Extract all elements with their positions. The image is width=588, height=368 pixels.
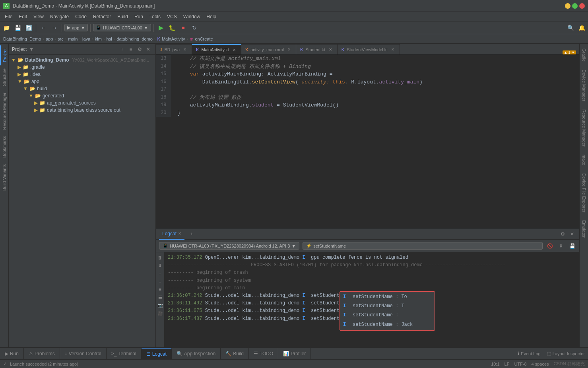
- tab-studentvm-kt[interactable]: K StudentViewModel.kt ✕: [338, 44, 400, 54]
- sidebar-tab-structure[interactable]: Structure: [0, 65, 8, 89]
- project-dropdown-icon[interactable]: ▼: [29, 46, 34, 52]
- panel-close-btn[interactable]: ✕: [144, 45, 152, 53]
- menu-refactor[interactable]: Refactor: [90, 13, 114, 20]
- bottom-tab-app-inspection[interactable]: 🔍 App Inspection: [172, 348, 221, 359]
- tree-item-gradle[interactable]: ▶ 📁 .gradle: [9, 64, 155, 71]
- bottom-tab-version-control[interactable]: ↕ Version Control: [60, 348, 107, 359]
- panel-add-btn[interactable]: +: [118, 45, 126, 53]
- menu-view[interactable]: View: [30, 13, 47, 20]
- logcat-action-down[interactable]: ↓: [157, 278, 164, 285]
- close-button[interactable]: ×: [579, 3, 585, 9]
- toolbar-project-btn[interactable]: 📁: [2, 23, 11, 33]
- bottom-tab-run[interactable]: ▶ Run: [0, 348, 24, 359]
- event-log-btn[interactable]: ℹ Event Log: [518, 351, 541, 356]
- right-tab-make[interactable]: make: [580, 151, 588, 169]
- breadcrumb-src[interactable]: src: [58, 37, 64, 41]
- menu-file[interactable]: File: [2, 13, 16, 20]
- tree-item-root[interactable]: ▼ 📂 DataBinding_Demo Y:\002_WorkSpace\00…: [9, 56, 155, 64]
- maximize-button[interactable]: □: [572, 3, 578, 9]
- menu-edit[interactable]: Edit: [16, 13, 30, 20]
- logcat-save-btn[interactable]: 💾: [568, 242, 576, 250]
- breadcrumb-activity[interactable]: KMainActivity: [157, 37, 185, 41]
- logcat-scroll-end-btn[interactable]: ⬇: [557, 242, 565, 250]
- breadcrumb-project[interactable]: DataBinding_Demo: [3, 37, 41, 41]
- right-tab-emulator[interactable]: Emulator: [580, 217, 588, 241]
- logcat-filter-input[interactable]: ⚡ setStudentName: [303, 242, 543, 250]
- breadcrumb-app[interactable]: app: [46, 37, 53, 41]
- tab-br-java-close[interactable]: ✕: [182, 47, 188, 52]
- bottom-tab-logcat[interactable]: ☰ Logcat: [142, 348, 172, 359]
- toolbar-forward-btn[interactable]: →: [50, 23, 59, 33]
- breadcrumb-kim[interactable]: kim: [95, 37, 102, 41]
- sidebar-tab-build-variants[interactable]: Build Variants: [0, 161, 8, 194]
- tab-main-close[interactable]: ✕: [231, 47, 237, 52]
- sidebar-tab-bookmarks[interactable]: Bookmarks: [0, 133, 8, 161]
- menu-build[interactable]: Build: [114, 13, 131, 20]
- search-everywhere-btn[interactable]: 🔍: [566, 23, 575, 33]
- update-btn[interactable]: 🔔: [577, 23, 586, 33]
- logcat-action-5[interactable]: 📷: [157, 302, 164, 309]
- breadcrumb-pkg[interactable]: databinding_demo: [116, 37, 153, 41]
- logcat-settings-btn[interactable]: ⚙: [559, 230, 567, 238]
- logcat-action-1[interactable]: 🗑: [157, 254, 164, 261]
- menu-vcs[interactable]: VCS: [164, 13, 180, 20]
- tab-mainactivity[interactable]: K MainActivity.kt ✕: [192, 44, 241, 54]
- tree-item-generated[interactable]: ▼ 📂 generated: [9, 92, 155, 99]
- toolbar-sync-btn[interactable]: 🔄: [24, 23, 33, 33]
- layout-inspector-btn[interactable]: ⬚ Layout Inspector: [547, 351, 585, 356]
- run-button[interactable]: ▶: [156, 23, 166, 33]
- toolbar-back-btn[interactable]: ←: [39, 23, 48, 33]
- menu-tools[interactable]: Tools: [146, 13, 164, 20]
- logcat-clear-btn[interactable]: 🚫: [546, 242, 554, 250]
- tab-student-close[interactable]: ✕: [328, 47, 333, 52]
- sync-button[interactable]: ↻: [190, 23, 199, 33]
- logcat-action-3[interactable]: ≡: [157, 286, 164, 293]
- stop-button[interactable]: ■: [179, 23, 188, 33]
- logcat-add-tab[interactable]: +: [188, 230, 196, 238]
- tree-item-ap-gen[interactable]: ▶ 📁 ap_generated_sources: [9, 99, 155, 107]
- panel-settings-btn[interactable]: ⚙: [136, 45, 144, 53]
- logcat-action-6[interactable]: 🎥: [157, 310, 164, 317]
- tab-activity-xml[interactable]: X activity_main.xml ✕: [241, 44, 296, 54]
- menu-window[interactable]: Window: [180, 13, 204, 20]
- code-editor[interactable]: 13 14 15 16 17 18 19 20 // 布局文件是 activit…: [156, 55, 579, 228]
- right-tab-gradle[interactable]: Gradle: [580, 45, 588, 65]
- tree-item-databinding[interactable]: ▶ 📁 data binding base class source out: [9, 107, 155, 114]
- breadcrumb-main[interactable]: main: [68, 37, 78, 41]
- logcat-tab-close[interactable]: ✕: [178, 231, 181, 236]
- menu-navigate[interactable]: Navigate: [47, 13, 72, 20]
- device-selector-toolbar[interactable]: 📱 HUAWEI CTR-AL00 ▼: [93, 24, 151, 31]
- logcat-close-btn[interactable]: ✕: [568, 230, 576, 238]
- logcat-action-2[interactable]: ⬇: [157, 262, 164, 269]
- breadcrumb-java[interactable]: java: [82, 37, 90, 41]
- logcat-log-content[interactable]: 21:37:35.172 OpenG...erer kim...tabindin…: [165, 252, 579, 347]
- logcat-tab-logcat[interactable]: Logcat ✕: [159, 229, 184, 240]
- tree-item-app[interactable]: ▼ 📂 app: [9, 78, 155, 85]
- breadcrumb-hsl[interactable]: hsl: [107, 37, 112, 41]
- breadcrumb-method[interactable]: monCreate: [190, 37, 213, 41]
- logcat-device-selector[interactable]: 📱 HUAWEI CTR-AL00 (PXUYD22628020934) And…: [159, 242, 299, 250]
- app-selector[interactable]: ▶ app ▼: [64, 24, 88, 31]
- right-tab-device-manager[interactable]: Device Manager: [580, 66, 588, 105]
- debug-button[interactable]: 🐛: [167, 23, 177, 33]
- right-tab-device-file[interactable]: Device File Explorer: [580, 170, 588, 215]
- menu-run[interactable]: Run: [131, 13, 146, 20]
- toolbar-save-btn[interactable]: 💾: [13, 23, 22, 33]
- tree-item-build[interactable]: ▼ 📂 build: [9, 85, 155, 92]
- tab-xml-close[interactable]: ✕: [286, 47, 292, 52]
- logcat-action-4[interactable]: ☰: [157, 294, 164, 301]
- bottom-tab-profiler[interactable]: 📊 Profiler: [278, 348, 311, 359]
- logcat-action-up[interactable]: ↑: [157, 270, 164, 277]
- tree-item-idea[interactable]: ▶ 📁 .idea: [9, 71, 155, 78]
- bottom-tab-problems[interactable]: ⚠ Problems: [24, 348, 60, 359]
- menu-help[interactable]: Help: [203, 13, 219, 20]
- tab-br-java[interactable]: J BR.java ✕: [156, 44, 192, 54]
- menu-code[interactable]: Code: [72, 13, 90, 20]
- minimize-button[interactable]: −: [565, 3, 571, 9]
- sidebar-tab-resource-manager[interactable]: Resource Manager: [0, 89, 8, 133]
- tab-studentvm-close[interactable]: ✕: [390, 47, 396, 52]
- panel-collapse-btn[interactable]: ≡: [127, 45, 135, 53]
- bottom-tab-todo[interactable]: ☰ TODO: [249, 348, 278, 359]
- tab-student-kt[interactable]: K Student.kt ✕: [296, 44, 338, 54]
- bottom-tab-build[interactable]: 🔨 Build: [221, 348, 249, 359]
